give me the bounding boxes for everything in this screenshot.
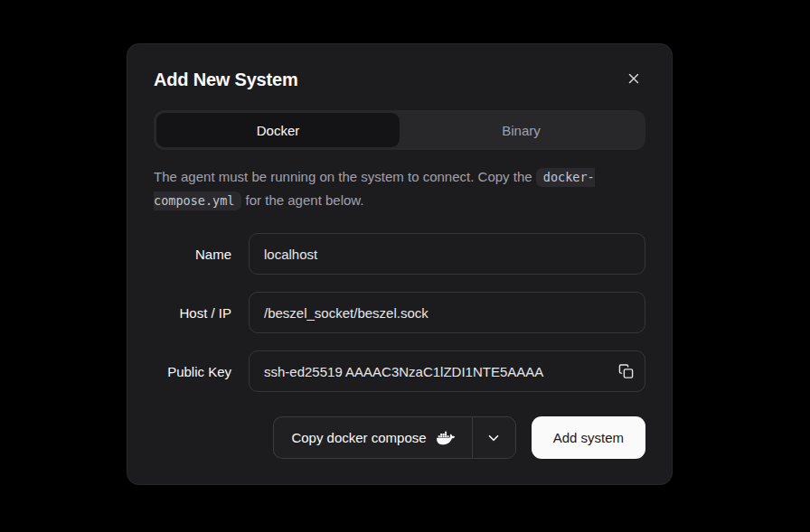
name-label: Name [154,247,231,262]
copy-icon [618,364,634,379]
name-field-row: Name [154,233,645,275]
tab-binary[interactable]: Binary [400,113,643,147]
add-system-button[interactable]: Add system [532,416,645,459]
host-ip-label: Host / IP [154,305,231,321]
copy-docker-compose-button[interactable]: Copy docker compose [273,416,471,459]
agent-type-tablist: Docker Binary [154,110,645,150]
copy-docker-compose-label: Copy docker compose [291,430,426,445]
copy-compose-dropdown-button[interactable] [472,416,516,459]
dialog-title: Add New System [154,67,297,92]
name-input[interactable] [249,233,645,275]
add-new-system-dialog: Add New System Docker Binary The agent m… [127,43,673,485]
dialog-actions: Copy docker compose Add system [154,416,645,459]
dialog-description: The agent must be running on the system … [154,165,645,212]
public-key-input-wrap [249,350,645,392]
docker-whale-icon [437,429,455,447]
public-key-label: Public Key [154,364,231,379]
close-icon [626,70,642,87]
host-ip-input-wrap [249,292,645,333]
host-ip-input[interactable] [249,292,645,333]
chevron-down-icon [485,430,502,446]
copy-compose-split-button: Copy docker compose [273,416,515,459]
tab-docker[interactable]: Docker [156,113,400,147]
public-key-input[interactable] [249,350,645,392]
host-field-row: Host / IP [154,292,645,333]
dialog-header: Add New System [154,67,645,92]
description-text-after: for the agent below. [241,192,363,208]
page-backdrop: Add New System Docker Binary The agent m… [0,0,810,532]
name-input-wrap [249,233,645,275]
description-text-before: The agent must be running on the system … [154,169,536,184]
close-button[interactable] [624,69,644,89]
copy-public-key-button[interactable] [615,360,637,383]
system-form: Name Host / IP Public Key [154,233,645,392]
public-key-field-row: Public Key [154,350,645,392]
